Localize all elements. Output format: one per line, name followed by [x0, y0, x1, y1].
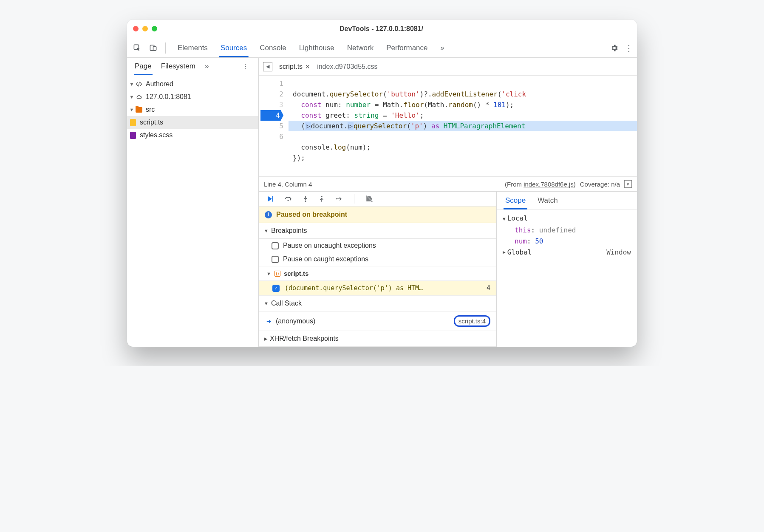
nav-tab-page[interactable]: Page — [135, 62, 152, 71]
breakpoint-snippet: (document.querySelector('p') as HTM… — [285, 284, 481, 292]
show-navigator-icon[interactable]: ◀ — [263, 62, 272, 71]
tab-overflow[interactable]: » — [441, 44, 444, 52]
editor-tab-label-2: index.d9703d55.css — [317, 63, 377, 71]
gutter-line-6[interactable]: 6 — [259, 131, 283, 142]
step-out-icon[interactable] — [318, 195, 325, 203]
device-toolbar-icon[interactable] — [147, 42, 159, 54]
code-icon — [135, 80, 143, 88]
tree-folder-src[interactable]: ▼ src — [127, 103, 258, 116]
scope-this-label: this — [515, 226, 531, 234]
pause-banner-text: Paused on breakpoint — [276, 211, 347, 218]
section-title-callstack: Call Stack — [271, 300, 302, 307]
step-over-icon[interactable] — [283, 195, 293, 203]
tab-console[interactable]: Console — [260, 44, 286, 52]
scope-tree[interactable]: ▼Local this: undefined num: 50 ▶GlobalWi… — [497, 209, 637, 261]
tree-label-file1: script.ts — [140, 119, 163, 126]
file-tree: ▼ Authored ▼ 127.0.0.1:8081 ▼ src script… — [127, 75, 258, 141]
sourcemap-info: (From index.7808df6e.js) — [505, 181, 576, 188]
devtools-window: DevTools - 127.0.0.1:8081/ Elements Sour… — [127, 20, 637, 347]
section-breakpoints[interactable]: ▼Breakpoints — [259, 223, 496, 239]
scope-global-value: Window — [606, 247, 631, 258]
tree-file-styles[interactable]: styles.scss — [127, 129, 258, 141]
editor-tab-inactive[interactable]: index.d9703d55.css — [317, 63, 377, 71]
code-area[interactable]: document.querySelector('button')?.addEve… — [289, 76, 637, 176]
resume-icon[interactable] — [266, 195, 274, 203]
navigator-tabs: Page Filesystem » ⋮ — [127, 58, 258, 75]
gutter-line-3[interactable]: 3 — [259, 99, 283, 110]
pause-uncaught-row[interactable]: Pause on uncaught exceptions — [259, 239, 496, 252]
step-into-icon[interactable] — [302, 195, 309, 203]
tab-lighthouse[interactable]: Lighthouse — [299, 44, 334, 52]
debugger-sidebar: i Paused on breakpoint ▼Breakpoints Paus… — [259, 192, 497, 347]
window-title: DevTools - 127.0.0.1:8081/ — [157, 25, 606, 33]
tab-watch[interactable]: Watch — [538, 196, 558, 205]
breakpoint-file-label: script.ts — [284, 270, 308, 277]
checkbox-uncaught[interactable] — [272, 242, 279, 249]
editor-status-bar: Line 4, Column 4 (From index.7808df6e.js… — [259, 176, 637, 192]
scope-num-label: num — [515, 237, 527, 245]
close-window-button[interactable] — [133, 26, 139, 31]
svg-point-7 — [336, 198, 337, 200]
kebab-menu-icon[interactable]: ⋮ — [625, 43, 634, 53]
svg-point-5 — [305, 201, 306, 202]
tree-authored[interactable]: ▼ Authored — [127, 78, 258, 91]
checkbox-breakpoint[interactable]: ✓ — [272, 285, 280, 292]
section-callstack[interactable]: ▼Call Stack — [259, 296, 496, 311]
info-icon: i — [265, 211, 272, 218]
scope-panel: Scope Watch ▼Local this: undefined num: … — [497, 192, 637, 347]
nav-more-icon[interactable]: ⋮ — [239, 62, 252, 71]
zoom-window-button[interactable] — [152, 26, 157, 31]
pause-caught-label: Pause on caught exceptions — [283, 255, 368, 263]
panel-tabs-bar: Elements Sources Console Lighthouse Netw… — [127, 38, 637, 58]
titlebar: DevTools - 127.0.0.1:8081/ — [127, 20, 637, 38]
pause-uncaught-label: Pause on uncaught exceptions — [283, 242, 376, 249]
tab-scope[interactable]: Scope — [505, 196, 526, 205]
tree-label-src: src — [146, 106, 155, 113]
callstack-frame-label: (anonymous) — [276, 317, 315, 325]
breakpoint-line-num: 4 — [487, 284, 490, 292]
callstack-frame[interactable]: ➔ (anonymous) script.ts:4 — [259, 311, 496, 331]
settings-icon[interactable] — [610, 44, 619, 52]
file-icon — [129, 118, 137, 127]
nav-overflow[interactable]: » — [205, 62, 209, 71]
tab-sources[interactable]: Sources — [221, 44, 247, 52]
line-gutter[interactable]: 1 2 3 4 5 6 — [259, 76, 289, 176]
nav-tab-filesystem[interactable]: Filesystem — [161, 62, 195, 71]
code-editor[interactable]: 1 2 3 4 5 6 document.querySelector('butt… — [259, 76, 637, 176]
svg-rect-2 — [153, 46, 156, 51]
minimize-window-button[interactable] — [142, 26, 148, 31]
gutter-line-5[interactable]: 5 — [259, 121, 283, 131]
gutter-line-1[interactable]: 1 — [259, 78, 283, 89]
section-title-xhr: XHR/fetch Breakpoints — [270, 335, 339, 342]
scope-local[interactable]: Local — [507, 214, 528, 222]
step-icon[interactable] — [334, 195, 344, 202]
checkbox-caught[interactable] — [272, 256, 279, 263]
scope-global[interactable]: Global — [507, 247, 532, 258]
tree-file-script[interactable]: script.ts — [127, 116, 258, 129]
scope-this-value: undefined — [539, 226, 576, 234]
tab-network[interactable]: Network — [347, 44, 374, 52]
tab-performance[interactable]: Performance — [386, 44, 427, 52]
tab-elements[interactable]: Elements — [178, 44, 208, 52]
tree-label-host: 127.0.0.1:8081 — [146, 93, 191, 101]
callstack-location[interactable]: script.ts:4 — [454, 315, 490, 327]
gutter-line-2[interactable]: 2 — [259, 89, 283, 99]
pause-caught-row[interactable]: Pause on caught exceptions — [259, 252, 496, 266]
breakpoint-file-header[interactable]: ▼ ⟨⟩ script.ts — [259, 266, 496, 281]
scope-num-value: 50 — [535, 237, 543, 245]
cursor-position: Line 4, Column 4 — [264, 181, 312, 188]
section-title-breakpoints: Breakpoints — [271, 227, 307, 235]
deactivate-breakpoints-icon[interactable] — [365, 195, 374, 203]
panel-tabs: Elements Sources Console Lighthouse Netw… — [172, 44, 607, 52]
editor-tab-active[interactable]: script.ts ✕ — [279, 63, 310, 71]
navigator-pane: Page Filesystem » ⋮ ▼ Authored ▼ 127.0.0… — [127, 58, 259, 347]
gutter-line-4-breakpoint[interactable]: 4 — [259, 110, 283, 121]
section-xhr-breakpoints[interactable]: ▶XHR/fetch Breakpoints — [259, 331, 496, 347]
breakpoint-item[interactable]: ✓ (document.querySelector('p') as HTM… 4 — [259, 281, 496, 296]
tree-host[interactable]: ▼ 127.0.0.1:8081 — [127, 91, 258, 103]
inspect-element-icon[interactable] — [130, 42, 143, 54]
close-tab-icon[interactable]: ✕ — [305, 63, 310, 70]
sourcemap-link[interactable]: index.7808df6e.js — [523, 181, 574, 188]
editor-tab-label: script.ts — [279, 63, 303, 71]
coverage-toggle-icon[interactable]: ▾ — [624, 180, 632, 188]
